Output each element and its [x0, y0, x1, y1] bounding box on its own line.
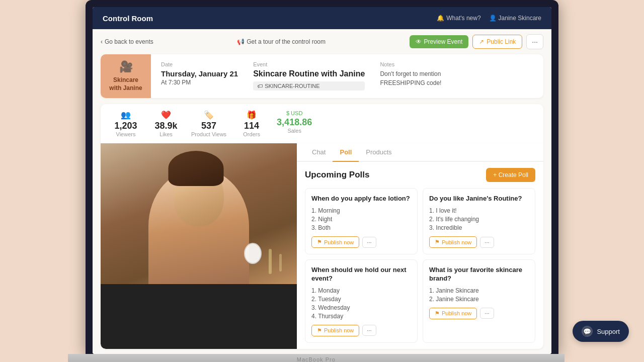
event-notes-section: Notes Don't forget to mention FREESHIPPI… — [380, 61, 480, 91]
poll-card-0: When do you apply face lotion? 1. Mornin… — [305, 188, 418, 254]
poll-option-2-1: 2. Tuesday — [311, 296, 411, 303]
event-date: Thursday, January 21 — [161, 69, 238, 78]
publish-poll-3-button[interactable]: ⚑ Publish now — [429, 308, 477, 319]
polls-content: Upcoming Polls + Create Poll When do you… — [297, 162, 543, 349]
event-time: At 7:30 PM — [161, 79, 238, 86]
external-link-icon: ↗ — [479, 38, 484, 45]
nav-right: 🔔 What's new? 👤 Janine Skincare — [437, 15, 541, 22]
publish-poll-0-button[interactable]: ⚑ Publish now — [311, 236, 359, 248]
poll-option-3-0: 1. Janine Skincare — [429, 287, 529, 294]
poll-actions-3: ⚑ Publish now ··· — [429, 308, 529, 319]
stat-likes: ❤️ 38.9k Likes — [151, 110, 191, 137]
flag-icon: ⚑ — [317, 239, 322, 245]
event-label: Event — [253, 61, 365, 67]
flag-icon-3: ⚑ — [435, 310, 440, 317]
currency-label: $ USD — [286, 110, 302, 116]
person-illustration — [101, 143, 297, 284]
poll-actions-1: ⚑ Publish now ··· — [429, 236, 529, 248]
eye-icon: 👁 — [416, 38, 422, 45]
support-button[interactable]: 💬 Support — [573, 321, 629, 342]
product-views-value: 537 — [201, 121, 216, 131]
main-content: ‹ Go back to events 📢 Get a tour of the … — [93, 29, 551, 354]
date-label: Date — [161, 61, 238, 67]
event-title-section: Event Skincare Routine with Janine 🏷 SKI… — [253, 61, 365, 91]
notes-value: Don't forget to mention FREESHIPPING cod… — [380, 69, 480, 87]
poll-card-3: What is your favorite skincare brand? 1.… — [423, 259, 535, 343]
tour-link[interactable]: 📢 Get a tour of the control room — [237, 38, 326, 45]
app-title: Control Room — [103, 14, 153, 23]
poll-more-3-button[interactable]: ··· — [480, 308, 494, 319]
top-navigation: Control Room 🔔 What's new? 👤 Janine Skin… — [93, 7, 551, 29]
poll-option-1-1: 2. It's life changing — [429, 216, 529, 223]
bell-icon: 🔔 — [437, 15, 444, 22]
poll-more-0-button[interactable]: ··· — [362, 237, 376, 248]
likes-value: 38.9k — [154, 121, 177, 131]
public-link-button[interactable]: ↗ Public Link — [472, 35, 522, 49]
whats-new-link[interactable]: 🔔 What's new? — [437, 15, 480, 22]
thumbnail-icon: 🎥 — [119, 60, 133, 73]
poll-option-3-1: 2. Janine Skincare — [429, 296, 529, 303]
likes-label: Likes — [159, 131, 173, 137]
event-info-sections: Date Thursday, January 21 At 7:30 PM Eve… — [151, 54, 543, 98]
tab-poll[interactable]: Poll — [333, 143, 359, 162]
polls-grid: When do you apply face lotion? 1. Mornin… — [305, 188, 535, 343]
right-panel: Chat Poll Products — [297, 143, 543, 349]
orders-value: 114 — [244, 121, 259, 131]
megaphone-icon: 📢 — [237, 38, 245, 45]
lower-section: Chat Poll Products — [101, 143, 543, 349]
poll-option-0-1: 2. Night — [311, 216, 411, 223]
event-title: Skincare Routine with Janine — [253, 69, 365, 78]
orders-label: Orders — [243, 131, 260, 137]
poll-question-1: Do you like Janine's Routine? — [429, 195, 529, 203]
poll-card-2: When should we hold our next event? 1. M… — [305, 259, 418, 343]
user-icon: 👤 — [489, 15, 497, 22]
poll-card-1: Do you like Janine's Routine? 1. I love … — [423, 188, 535, 254]
top-bar: ‹ Go back to events 📢 Get a tour of the … — [101, 34, 543, 49]
tabs-header: Chat Poll Products — [297, 143, 543, 162]
polls-header: Upcoming Polls + Create Poll — [305, 168, 535, 182]
poll-option-2-0: 1. Monday — [311, 287, 411, 294]
stat-orders: 🎁 114 Orders — [236, 110, 277, 137]
more-options-button[interactable]: ··· — [526, 34, 543, 49]
tab-products[interactable]: Products — [359, 143, 398, 162]
tab-chat[interactable]: Chat — [305, 143, 333, 162]
tag-icon: 🏷 — [257, 83, 263, 89]
sales-label: Sales — [287, 128, 301, 134]
stats-row: 👥 1,203 Viewers ❤️ 38.9k Likes 🏷️ 537 — [101, 104, 543, 143]
poll-actions-2: ⚑ Publish now ··· — [311, 325, 411, 336]
event-date-section: Date Thursday, January 21 At 7:30 PM — [161, 61, 238, 91]
support-icon: 💬 — [582, 326, 593, 337]
video-panel — [101, 143, 297, 349]
viewers-icon: 👥 — [121, 110, 131, 120]
chevron-left-icon: ‹ — [101, 38, 103, 45]
poll-option-1-2: 3. Incredible — [429, 224, 529, 231]
notes-label: Notes — [380, 61, 480, 67]
orders-icon: 🎁 — [247, 110, 257, 120]
poll-option-0-2: 3. Both — [311, 224, 411, 231]
poll-more-2-button[interactable]: ··· — [362, 325, 376, 336]
poll-option-1-0: 1. I love it! — [429, 207, 529, 214]
product-views-icon: 🏷️ — [204, 110, 214, 120]
event-info-card: 🎥 Skincare with Janine Date Thursday, Ja… — [101, 54, 543, 98]
polls-title: Upcoming Polls — [305, 170, 369, 180]
top-bar-actions: 👁 Preview Event ↗ Public Link ··· — [410, 34, 543, 49]
thumbnail-text: Skincare with Janine — [107, 76, 145, 92]
back-to-events-link[interactable]: ‹ Go back to events — [101, 38, 153, 45]
user-account[interactable]: 👤 Janine Skincare — [489, 15, 541, 22]
create-poll-button[interactable]: + Create Poll — [486, 168, 535, 182]
poll-option-2-3: 4. Thursday — [311, 313, 411, 320]
stat-product-views: 🏷️ 537 Product Views — [191, 110, 236, 137]
event-tag: 🏷 SKINCARE-ROUTINE — [253, 81, 365, 90]
poll-more-1-button[interactable]: ··· — [480, 237, 494, 248]
preview-event-button[interactable]: 👁 Preview Event — [410, 35, 469, 48]
poll-option-2-2: 3. Wednesday — [311, 304, 411, 311]
laptop-model-label: MacBook Pro — [297, 356, 336, 362]
publish-poll-2-button[interactable]: ⚑ Publish now — [311, 325, 359, 336]
event-thumbnail: 🎥 Skincare with Janine — [101, 54, 151, 98]
poll-actions-0: ⚑ Publish now ··· — [311, 236, 411, 248]
publish-poll-1-button[interactable]: ⚑ Publish now — [429, 236, 477, 248]
flag-icon-2: ⚑ — [317, 327, 322, 334]
likes-icon: ❤️ — [161, 110, 171, 120]
poll-option-0-0: 1. Morning — [311, 207, 411, 214]
sales-value: 3,418.86 — [277, 117, 312, 128]
